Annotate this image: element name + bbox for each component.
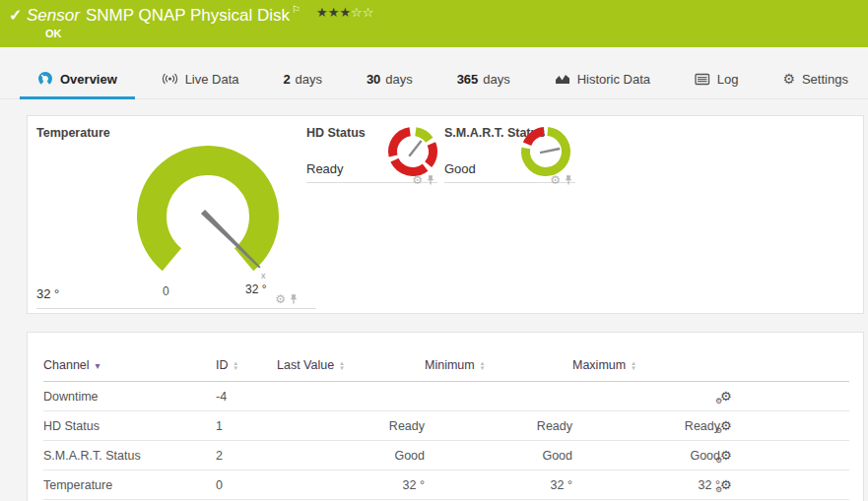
channel-minimum: [425, 382, 572, 411]
gauge-needle: [540, 149, 560, 153]
star-filled-icon[interactable]: ★: [339, 5, 351, 20]
tab-30-days[interactable]: 30 days: [349, 59, 431, 98]
channel-maximum: [572, 382, 720, 411]
log-list-icon: [695, 73, 710, 86]
channel-minimum: Ready: [425, 411, 572, 441]
table-row[interactable]: Downtime -4 ⚙⚙: [43, 382, 849, 411]
channel-name[interactable]: HD Status: [43, 411, 216, 441]
priority-stars[interactable]: ★★★☆☆: [316, 5, 373, 20]
sort-icon: ▴▾: [632, 360, 635, 370]
gauge-settings-gear-icon[interactable]: ⚙: [275, 293, 286, 305]
channel-id: 1: [216, 411, 277, 441]
gauge-needle: [409, 141, 421, 157]
gauge-scale-max: 32 °: [245, 282, 267, 296]
gauge-smart-status: S.M.A.R.T. Status Good ⚙: [444, 116, 575, 183]
gauge-settings-gear-icon[interactable]: ⚙: [412, 174, 423, 186]
pin-icon[interactable]: [289, 293, 299, 305]
object-kind-label: Sensor: [27, 6, 80, 25]
tab-historic-data[interactable]: Historic Data: [537, 59, 668, 98]
tab-2-days[interactable]: 2 days: [265, 59, 340, 98]
channel-id: 2: [216, 441, 277, 470]
gauges-panel: Temperature x 0 32 ° 32 ° ⚙ HD Status Re…: [27, 115, 864, 314]
channel-maximum: Ready: [572, 411, 720, 441]
channel-id: 0: [216, 470, 277, 500]
gauge-scale-min: 0: [163, 284, 169, 298]
star-empty-icon[interactable]: ☆: [351, 5, 363, 20]
table-row[interactable]: Temperature 0 32 ° 32 ° 32 ° ⚙⚙: [43, 470, 849, 500]
channel-id: -4: [216, 382, 277, 411]
gear-icon: ⚙: [782, 71, 795, 87]
channel-settings-icon[interactable]: ⚙⚙: [720, 448, 732, 463]
gauge-settings-gear-icon[interactable]: ⚙: [550, 174, 561, 186]
sort-icon: ▴▾: [481, 360, 485, 370]
channel-last-value: 32 °: [277, 470, 425, 500]
channel-settings-icon[interactable]: ⚙⚙: [720, 389, 732, 404]
pin-icon[interactable]: [564, 174, 573, 186]
star-filled-icon[interactable]: ★: [328, 5, 340, 20]
channel-maximum: Good: [572, 441, 720, 470]
channel-last-value: Ready: [277, 411, 425, 441]
sort-desc-icon: ▾: [96, 360, 100, 371]
table-header-row: Channel▾ ID▴▾ Last Value▴▾ Minimum▴▾ Max…: [43, 350, 849, 382]
column-header-channel[interactable]: Channel▾: [43, 350, 216, 382]
table-row[interactable]: HD Status 1 Ready Ready Ready ⚙⚙: [43, 411, 849, 441]
live-data-icon: [162, 71, 178, 87]
channel-name[interactable]: Temperature: [43, 470, 216, 500]
column-header-id[interactable]: ID▴▾: [216, 350, 277, 382]
channel-minimum: Good: [425, 441, 572, 470]
gauge-temperature: Temperature x 0 32 ° 32 ° ⚙: [36, 116, 316, 309]
tab-365-days[interactable]: 365 days: [439, 59, 528, 98]
gauge-value: 32 °: [36, 286, 59, 301]
page-title: SNMP QNAP Physical Disk: [86, 6, 290, 25]
sort-icon: ▴▾: [340, 360, 344, 370]
channel-name[interactable]: S.M.A.R.T. Status: [43, 441, 216, 470]
channels-panel: Channel▾ ID▴▾ Last Value▴▾ Minimum▴▾ Max…: [27, 332, 864, 501]
tab-settings[interactable]: ⚙ Settings: [765, 59, 866, 98]
channel-last-value: [277, 382, 425, 411]
channel-maximum: 32 °: [572, 470, 720, 500]
sort-icon: ▴▾: [234, 360, 238, 370]
star-empty-icon[interactable]: ☆: [363, 5, 374, 20]
column-header-maximum[interactable]: Maximum▴▾: [572, 350, 720, 382]
channel-name[interactable]: Downtime: [43, 382, 216, 411]
gauge-icon: [37, 71, 53, 87]
gauge-max-marker: x: [261, 271, 266, 281]
area-chart-icon: [555, 72, 570, 86]
column-header-actions: [720, 350, 849, 382]
priority-flag-icon[interactable]: ⚐: [292, 4, 300, 15]
sensor-status-badge: OK: [45, 28, 62, 39]
gauge-value: Ready: [306, 161, 344, 176]
hd-status-gauge-dial: [385, 124, 440, 179]
pin-icon[interactable]: [426, 174, 435, 186]
channel-settings-icon[interactable]: ⚙⚙: [720, 418, 732, 433]
gauge-title: HD Status: [306, 126, 366, 140]
column-header-minimum[interactable]: Minimum▴▾: [425, 350, 572, 382]
status-check-icon: ✓: [9, 6, 22, 25]
channel-minimum: 32 °: [425, 470, 572, 500]
star-filled-icon[interactable]: ★: [316, 5, 328, 20]
gauge-hd-status: HD Status Ready ⚙: [306, 116, 437, 183]
table-row[interactable]: S.M.A.R.T. Status 2 Good Good Good ⚙⚙: [43, 441, 849, 470]
channel-settings-icon[interactable]: ⚙⚙: [720, 477, 732, 492]
column-header-last-value[interactable]: Last Value▴▾: [277, 350, 425, 382]
temperature-gauge-dial: x 0 32 °: [90, 113, 326, 305]
tab-overview[interactable]: Overview: [20, 59, 135, 98]
smart-status-gauge-dial: [518, 124, 573, 179]
tab-log[interactable]: Log: [677, 59, 757, 98]
channels-table: Channel▾ ID▴▾ Last Value▴▾ Minimum▴▾ Max…: [43, 350, 849, 500]
sensor-header: ✓ SensorSNMP QNAP Physical Disk⚐★★★☆☆ OK: [0, 0, 868, 47]
tab-live-data[interactable]: Live Data: [144, 59, 257, 98]
gauge-value: Good: [444, 161, 476, 176]
tab-bar: Overview Live Data 2 days 30 days 365 da…: [0, 59, 868, 99]
channel-last-value: Good: [277, 441, 425, 470]
